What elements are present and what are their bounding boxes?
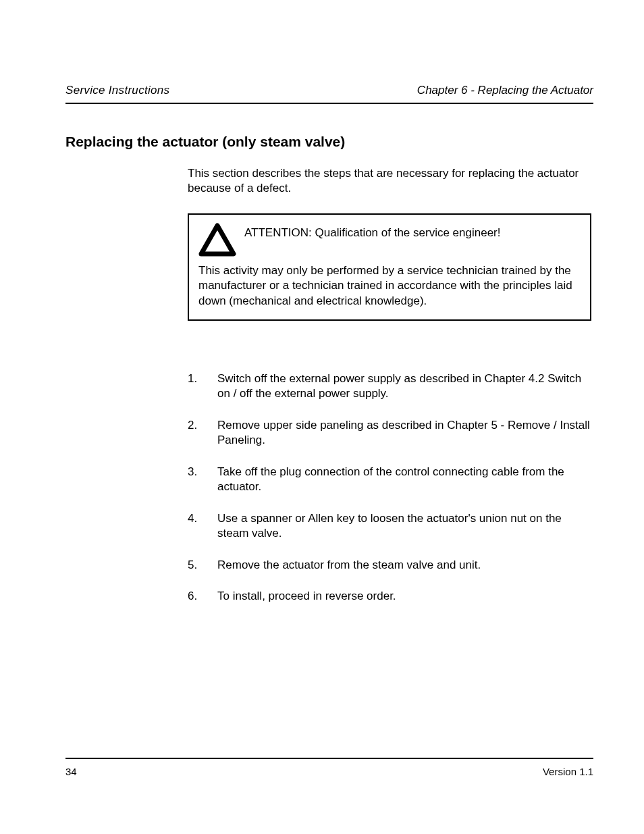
- attention-head-text: Qualification of the service engineer!: [315, 226, 501, 239]
- footer-version: Version 1.1: [543, 766, 593, 777]
- step-text: Take off the plug connection of the cont…: [217, 465, 593, 495]
- page-number: 34: [65, 766, 77, 777]
- step-text: Remove the actuator from the steam valve…: [217, 558, 593, 573]
- step-number: 5.: [188, 558, 211, 573]
- step-item: 6. To install, proceed in reverse order.: [188, 589, 593, 604]
- warning-triangle-icon: [198, 223, 236, 257]
- step-number: 4.: [188, 511, 211, 542]
- attention-box: ATTENTION: Qualification of the service …: [188, 213, 591, 321]
- page: Service Instructions Chapter 6 - Replaci…: [0, 0, 644, 834]
- step-text: To install, proceed in reverse order.: [217, 589, 593, 604]
- attention-header-text: ATTENTION: Qualification of the service …: [244, 223, 501, 240]
- header-right: Chapter 6 - Replacing the Actuator: [417, 84, 593, 97]
- step-number: 6.: [188, 589, 211, 604]
- intro-paragraph: This section describes the steps that ar…: [188, 166, 593, 197]
- step-item: 5. Remove the actuator from the steam va…: [188, 558, 593, 573]
- step-item: 3. Take off the plug connection of the c…: [188, 465, 593, 495]
- step-item: 2. Remove upper side paneling as describ…: [188, 418, 593, 448]
- step-number: 3.: [188, 465, 211, 495]
- footer-rule: [65, 758, 593, 759]
- header-rule: [65, 103, 593, 104]
- step-item: 1. Switch off the external power supply …: [188, 371, 593, 402]
- step-number: 1.: [188, 371, 211, 402]
- attention-header: ATTENTION: Qualification of the service …: [198, 223, 581, 257]
- section-title: Replacing the actuator (only steam valve…: [65, 134, 345, 150]
- step-text: Switch off the external power supply as …: [217, 371, 593, 402]
- header-left: Service Instructions: [65, 84, 169, 97]
- steps-list: 1. Switch off the external power supply …: [188, 371, 593, 620]
- attention-body: This activity may only be performed by a…: [198, 263, 581, 309]
- attention-label: ATTENTION:: [244, 226, 315, 239]
- step-item: 4. Use a spanner or Allen key to loosen …: [188, 511, 593, 542]
- step-text: Use a spanner or Allen key to loosen the…: [217, 511, 593, 542]
- step-number: 2.: [188, 418, 211, 448]
- step-text: Remove upper side paneling as described …: [217, 418, 593, 448]
